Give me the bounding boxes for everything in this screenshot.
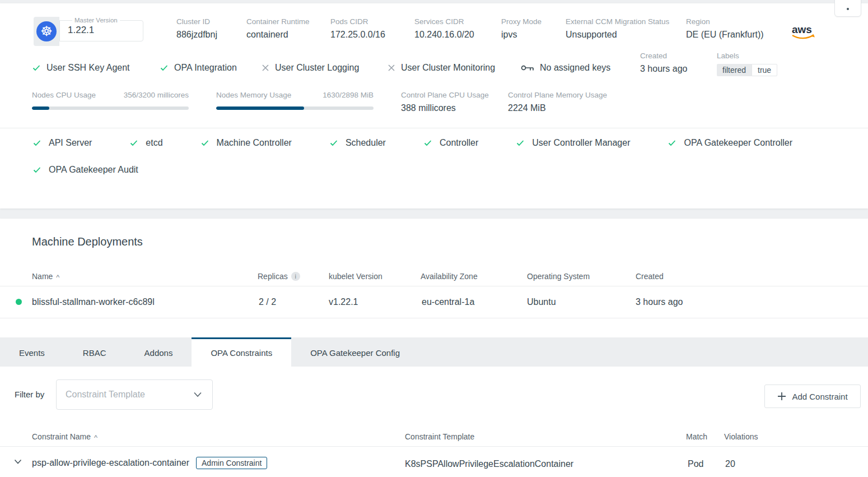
usage-label: Nodes CPU Usage xyxy=(32,91,96,99)
feature-user-cluster-monitoring: User Cluster Monitoring xyxy=(388,63,495,73)
cluster-detail-page: ☸ Master Version 1.22.1 Cluster ID 886jz… xyxy=(0,0,868,477)
stat-label: External CCM Migration Status xyxy=(566,17,669,26)
check-icon xyxy=(423,138,433,147)
check-icon xyxy=(32,165,42,174)
plus-icon xyxy=(777,392,786,401)
check-icon xyxy=(32,63,41,72)
health-user-controller-manager: User Controller Manager xyxy=(515,137,630,149)
stat-ccm-migration-status: External CCM Migration Status Unsupporte… xyxy=(566,17,669,40)
add-constraint-button[interactable]: Add Constraint xyxy=(764,385,861,408)
health-label: OPA Gatekeeper Controller xyxy=(684,138,792,148)
health-controller: Controller xyxy=(423,137,478,149)
column-header-availability-zone: Availability Zone xyxy=(421,272,478,281)
usage-label: Nodes Memory Usage xyxy=(216,91,291,99)
master-version-label: Master Version xyxy=(72,17,120,24)
md-availability-zone: eu-central-1a xyxy=(422,297,474,307)
feature-label: OPA Integration xyxy=(174,63,237,73)
md-kubelet-version: v1.22.1 xyxy=(329,297,358,307)
nodes-cpu-usage: Nodes CPU Usage 356/3200 millicores xyxy=(32,91,189,110)
column-header-violations: Violations xyxy=(724,432,758,441)
machine-deployment-row[interactable]: blissful-stallman-worker-c6c89l 2 / 2 v1… xyxy=(0,286,868,318)
usage-value: 1630/2898 MiB xyxy=(323,91,374,99)
constraint-name: psp-allow-privilege-escalation-container xyxy=(32,458,189,468)
stat-value: ipvs xyxy=(501,30,542,40)
health-label: etcd xyxy=(146,138,162,148)
info-icon[interactable]: i xyxy=(291,272,300,281)
usage-value: 388 millicores xyxy=(401,103,489,113)
check-icon xyxy=(667,138,677,147)
stat-services-cidr: Services CIDR 10.240.16.0/20 xyxy=(414,17,474,40)
health-etcd: etcd xyxy=(129,137,162,149)
constraint-template: K8sPSPAllowPrivilegeEscalationContainer xyxy=(405,459,573,469)
constraint-row[interactable]: psp-allow-privilege-escalation-container… xyxy=(0,447,868,477)
constraint-violations: 20 xyxy=(725,459,735,469)
sort-asc-icon: ^ xyxy=(94,433,97,442)
status-healthy-dot xyxy=(16,299,22,305)
stat-value: 886jzdfbnj xyxy=(176,30,217,40)
tab-opa-constraints[interactable]: OPA Constraints xyxy=(192,337,291,367)
aws-provider-logo: aws xyxy=(791,24,816,44)
cluster-summary-card: ☸ Master Version 1.22.1 Cluster ID 886jz… xyxy=(0,3,868,209)
health-api-server: API Server xyxy=(32,137,92,149)
tab-rbac[interactable]: RBAC xyxy=(64,337,125,367)
column-header-operating-system: Operating System xyxy=(527,272,590,281)
detail-tabs: Events RBAC Addons OPA Constraints OPA G… xyxy=(0,337,868,367)
health-label: OPA Gatekeeper Audit xyxy=(49,165,138,175)
stat-region: Region DE (EU (Frankfurt)) xyxy=(686,17,764,40)
usage-value: 2224 MiB xyxy=(508,103,607,113)
stat-label: Pods CIDR xyxy=(330,17,385,26)
stat-cluster-id: Cluster ID 886jzdfbnj xyxy=(176,17,217,40)
md-created: 3 hours ago xyxy=(636,297,683,307)
master-version-block: ☸ Master Version 1.22.1 xyxy=(34,17,143,46)
label-chip-key: filtered xyxy=(717,64,752,76)
control-plane-memory-usage: Control Plane Memory Usage 2224 MiB xyxy=(508,91,607,113)
column-header-created: Created xyxy=(636,272,664,281)
tab-addons[interactable]: Addons xyxy=(125,337,192,367)
stat-label: Cluster ID xyxy=(176,17,217,26)
label-chip: filtered true xyxy=(717,64,777,76)
chevron-down-icon xyxy=(193,391,202,398)
health-label: User Controller Manager xyxy=(532,138,630,148)
constraint-template-filter-select[interactable]: Constraint Template xyxy=(56,379,213,410)
filter-by-label: Filter by xyxy=(15,390,44,399)
health-label: API Server xyxy=(49,138,92,148)
constraint-match: Pod xyxy=(688,459,703,469)
machine-deployments-card: Machine Deployments Name^ Replicas i kub… xyxy=(0,219,868,337)
progress-bar xyxy=(216,106,374,110)
check-icon xyxy=(160,63,169,72)
ssh-keys-text: No assigned keys xyxy=(540,63,610,73)
ssh-keys-status: No assigned keys xyxy=(521,63,610,73)
created-value: 3 hours ago xyxy=(640,64,688,74)
usage-label: Control Plane CPU Usage xyxy=(401,91,489,99)
stat-label: Services CIDR xyxy=(414,17,474,26)
column-header-name[interactable]: Name^ xyxy=(32,272,59,281)
created-block: Created 3 hours ago xyxy=(640,52,688,74)
feature-label: User SSH Key Agent xyxy=(46,63,130,73)
stat-value: 172.25.0.0/16 xyxy=(330,30,385,40)
x-icon xyxy=(262,64,269,72)
key-icon xyxy=(521,63,534,72)
expand-row-chevron-icon[interactable] xyxy=(14,459,22,465)
control-plane-cpu-usage: Control Plane CPU Usage 388 millicores xyxy=(401,91,489,113)
column-header-constraint-name[interactable]: Constraint Name^ xyxy=(32,432,97,441)
add-constraint-label: Add Constraint xyxy=(792,392,847,401)
select-placeholder: Constraint Template xyxy=(66,390,193,400)
stat-value: 10.240.16.0/20 xyxy=(414,30,474,40)
tab-events[interactable]: Events xyxy=(0,337,64,367)
health-machine-controller: Machine Controller xyxy=(200,137,292,149)
tab-opa-gatekeeper-config[interactable]: OPA Gatekeeper Config xyxy=(291,337,419,367)
stat-value: containerd xyxy=(246,30,310,40)
stat-pods-cidr: Pods CIDR 172.25.0.0/16 xyxy=(330,17,385,40)
usage-label: Control Plane Memory Usage xyxy=(508,91,607,99)
machine-deployments-title: Machine Deployments xyxy=(32,235,143,248)
label-chip-value: true xyxy=(752,64,777,76)
column-header-constraint-template: Constraint Template xyxy=(405,432,474,441)
stat-container-runtime: Container Runtime containerd xyxy=(246,17,310,40)
kubernetes-icon-box: ☸ xyxy=(34,17,59,46)
progress-bar xyxy=(32,106,189,110)
usage-value: 356/3200 millicores xyxy=(124,91,189,99)
master-version-value: 1.22.1 xyxy=(68,25,135,36)
health-status-list: API Server etcd Machine Controller Sched… xyxy=(32,137,838,176)
opa-constraints-panel: Filter by Constraint Template Add Constr… xyxy=(0,367,868,477)
cluster-actions-menu-button[interactable] xyxy=(834,0,861,17)
